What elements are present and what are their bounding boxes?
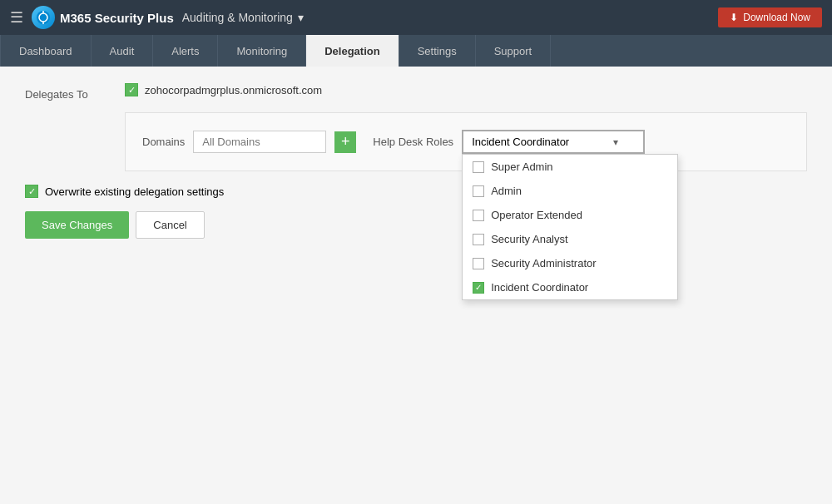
download-icon: ⬇ — [730, 12, 738, 23]
tab-alerts[interactable]: Alerts — [153, 35, 218, 67]
delegates-to-value: zohocorpadmgrplus.onmicrosoft.com — [125, 83, 807, 96]
delegates-to-row: Delegates To zohocorpadmgrplus.onmicroso… — [25, 83, 807, 101]
dropdown-item-label: Operator Extended — [491, 209, 582, 221]
dropdown-checkbox-admin[interactable] — [473, 185, 484, 197]
dropdown-item-label: Security Administrator — [491, 257, 596, 269]
dropdown-item-label: Incident Coordinator — [491, 281, 588, 294]
nav-dropdown-arrow-icon[interactable]: ▾ — [298, 11, 304, 24]
dropdown-checkbox-super-admin[interactable] — [473, 161, 484, 173]
dropdown-arrow-icon: ▾ — [613, 136, 618, 148]
dropdown-current-value: Incident Coordinator — [472, 136, 569, 148]
tab-delegation[interactable]: Delegation — [306, 35, 399, 67]
nav-label: Auditing & Monitoring — [182, 11, 293, 24]
dropdown-item-admin[interactable]: Admin — [463, 179, 677, 203]
save-changes-button[interactable]: Save Changes — [25, 211, 129, 239]
dropdown-item-label: Admin — [491, 185, 522, 197]
delegate-email: zohocorpadmgrplus.onmicrosoft.com — [145, 84, 322, 96]
topbar: ☰ M365 Security Plus Auditing & Monitori… — [0, 0, 832, 35]
brand-icon — [32, 6, 55, 29]
dropdown-item-security-administrator[interactable]: Security Administrator — [463, 251, 677, 275]
inner-config-section: Domains + Help Desk Roles Incident Coord… — [125, 112, 807, 171]
download-button[interactable]: ⬇ Download Now — [718, 7, 822, 27]
dropdown-item-operator-extended[interactable]: Operator Extended — [463, 203, 677, 227]
dropdown-item-label: Super Admin — [491, 161, 552, 173]
buttons-row: Save Changes Cancel — [25, 211, 807, 239]
tab-monitoring[interactable]: Monitoring — [218, 35, 306, 67]
help-desk-roles-dropdown[interactable]: Incident Coordinator ▾ Super Admin Admin — [462, 130, 645, 154]
domains-input[interactable] — [193, 131, 326, 153]
tabbar: Dashboard Audit Alerts Monitoring Delega… — [0, 35, 832, 67]
delegate-checkbox[interactable] — [125, 83, 138, 96]
add-domain-button[interactable]: + — [334, 131, 356, 153]
tab-audit[interactable]: Audit — [92, 35, 154, 67]
help-desk-roles-label: Help Desk Roles — [373, 136, 453, 148]
cancel-button[interactable]: Cancel — [136, 211, 204, 239]
tab-dashboard[interactable]: Dashboard — [0, 35, 92, 67]
help-desk-group: Help Desk Roles Incident Coordinator ▾ S… — [373, 130, 645, 154]
dropdown-item-incident-coordinator[interactable]: Incident Coordinator — [463, 275, 677, 299]
dropdown-item-security-analyst[interactable]: Security Analyst — [463, 227, 677, 251]
delegates-to-label: Delegates To — [25, 83, 125, 101]
tab-support[interactable]: Support — [476, 35, 552, 67]
overwrite-label: Overwrite existing delegation settings — [45, 185, 224, 198]
dropdown-item-super-admin[interactable]: Super Admin — [463, 155, 677, 179]
overwrite-row: Overwrite existing delegation settings — [25, 185, 807, 198]
domains-group: Domains + — [142, 131, 356, 153]
dropdown-selected-value[interactable]: Incident Coordinator ▾ — [462, 130, 645, 154]
overwrite-checkbox[interactable] — [25, 185, 38, 198]
menu-icon[interactable]: ☰ — [10, 8, 23, 27]
nav-section: Auditing & Monitoring ▾ — [182, 11, 304, 24]
dropdown-checkbox-operator-extended[interactable] — [473, 210, 484, 221]
dropdown-checkbox-security-analyst[interactable] — [473, 234, 484, 245]
domains-label: Domains — [142, 136, 185, 148]
main-content: Delegates To zohocorpadmgrplus.onmicroso… — [0, 67, 832, 504]
brand-name: M365 Security Plus — [60, 11, 174, 25]
dropdown-menu: Super Admin Admin Operator Extended — [462, 154, 678, 300]
dropdown-checkbox-security-administrator[interactable] — [473, 258, 484, 269]
dropdown-checkbox-incident-coordinator[interactable] — [473, 282, 484, 294]
brand-logo: M365 Security Plus — [32, 6, 174, 29]
dropdown-item-label: Security Analyst — [491, 233, 568, 245]
tab-settings[interactable]: Settings — [399, 35, 476, 67]
